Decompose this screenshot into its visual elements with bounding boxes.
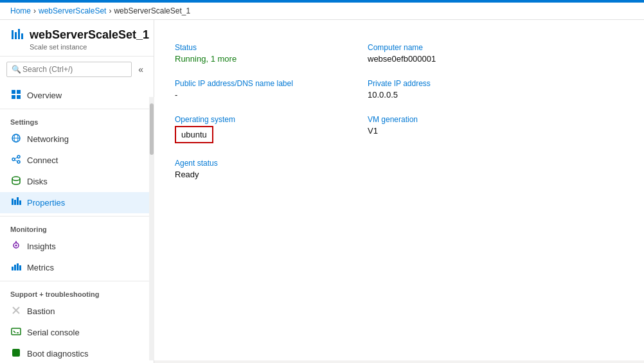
metrics-label: Metrics (27, 263, 54, 272)
collapse-button[interactable]: « (134, 63, 147, 76)
serial-console-icon (10, 326, 22, 339)
svg-point-13 (17, 161, 20, 163)
property-os-label: Operating system (175, 115, 357, 124)
sidebar-item-networking[interactable]: Networking (0, 128, 154, 150)
property-public-ip: Public IP address/DNS name label - (175, 71, 368, 107)
sidebar: webServerScaleSet_1 | Properties 📌 Scale… (0, 20, 154, 363)
sidebar-item-serial-console[interactable]: Serial console (0, 322, 154, 343)
search-input[interactable] (6, 62, 132, 77)
property-os: Operating system ubuntu (175, 107, 368, 151)
svg-rect-6 (12, 95, 15, 99)
disks-label: Disks (27, 177, 48, 186)
property-status: Status Running, 1 more (175, 35, 368, 71)
insights-icon (10, 240, 22, 252)
boot-diagnostics-label: Boot diagnostics (27, 349, 88, 359)
metrics-icon (10, 261, 22, 274)
sidebar-nav: Overview Settings Networking Connect (0, 82, 154, 363)
svg-point-22 (15, 245, 17, 247)
svg-line-31 (13, 331, 15, 333)
disks-icon (10, 175, 22, 188)
networking-icon (10, 133, 22, 145)
svg-rect-25 (14, 265, 16, 270)
properties-grid: Status Running, 1 more Computer name web… (175, 35, 560, 187)
property-agent-status-label: Agent status (175, 159, 357, 168)
svg-rect-4 (12, 90, 15, 94)
svg-rect-30 (12, 328, 21, 335)
connect-icon (10, 154, 22, 166)
page-title-icon (10, 28, 24, 42)
breadcrumb-scaleset[interactable]: webServerScaleSet (39, 6, 106, 15)
support-section: Support + troubleshooting (0, 284, 154, 301)
breadcrumb-sep-1: › (33, 6, 36, 15)
property-private-ip-value: 10.0.0.5 (368, 90, 550, 100)
connect-label: Connect (27, 155, 58, 165)
sidebar-item-boot-diagnostics[interactable]: Boot diagnostics (0, 343, 154, 363)
svg-rect-3 (21, 33, 23, 39)
overview-label: Overview (27, 91, 62, 100)
svg-rect-1 (15, 32, 17, 39)
breadcrumb: Home › webServerScaleSet › webServerScal… (0, 3, 644, 20)
svg-rect-0 (12, 30, 13, 39)
property-vm-generation: VM generation V1 (368, 107, 560, 151)
properties-label: Properties (27, 198, 65, 208)
page-subtitle: Scale set instance (30, 43, 143, 51)
bastion-icon (10, 305, 22, 317)
svg-rect-17 (12, 199, 13, 205)
property-private-ip-label: Private IP address (368, 79, 550, 88)
svg-rect-26 (17, 263, 19, 270)
svg-point-16 (12, 177, 20, 181)
sidebar-item-properties[interactable]: Properties (0, 192, 154, 213)
svg-point-12 (17, 155, 20, 158)
property-computer-name-label: Computer name (368, 43, 550, 52)
svg-rect-5 (17, 90, 21, 94)
boot-diagnostics-icon (10, 348, 22, 360)
settings-section: Settings (0, 112, 154, 128)
breadcrumb-home[interactable]: Home (10, 6, 31, 15)
property-private-ip: Private IP address 10.0.0.5 (368, 71, 560, 107)
svg-line-14 (15, 157, 17, 159)
monitoring-divider (0, 216, 154, 217)
svg-rect-7 (17, 95, 21, 99)
property-status-label: Status (175, 43, 357, 52)
property-os-value: ubuntu (181, 130, 207, 139)
svg-rect-27 (19, 265, 21, 270)
svg-line-15 (15, 160, 17, 161)
properties-icon (10, 197, 22, 209)
svg-point-11 (12, 158, 15, 161)
property-vm-generation-label: VM generation (368, 115, 550, 124)
sidebar-header: webServerScaleSet_1 | Properties 📌 Scale… (0, 20, 154, 57)
svg-rect-24 (12, 267, 13, 270)
property-public-ip-value: - (175, 90, 357, 100)
sidebar-item-metrics[interactable]: Metrics (0, 257, 154, 278)
sidebar-item-bastion[interactable]: Bastion (0, 301, 154, 322)
svg-rect-2 (18, 29, 20, 39)
sidebar-scroll-thumb (150, 103, 154, 155)
property-computer-name-value: webse0efb000001 (368, 54, 550, 64)
networking-label: Networking (27, 134, 69, 144)
breadcrumb-sep-2: › (109, 6, 111, 15)
support-divider (0, 281, 154, 281)
search-container: 🔍 « (0, 57, 154, 82)
bastion-label: Bastion (27, 306, 55, 316)
property-status-value: Running, 1 more (175, 54, 357, 64)
insights-label: Insights (27, 242, 56, 251)
breadcrumb-current: webServerScaleSet_1 (114, 6, 190, 15)
property-agent-status-value: Ready (175, 170, 357, 179)
property-computer-name: Computer name webse0efb000001 (368, 35, 560, 71)
sidebar-item-insights[interactable]: Insights (0, 236, 154, 257)
svg-rect-20 (19, 200, 21, 205)
serial-console-label: Serial console (27, 328, 80, 337)
property-os-box: ubuntu (175, 126, 213, 143)
page-title: webServerScaleSet_1 (30, 28, 149, 42)
sidebar-item-overview[interactable]: Overview (0, 85, 154, 106)
sidebar-scroll-track[interactable] (149, 97, 154, 360)
settings-divider (0, 109, 154, 109)
sidebar-item-disks[interactable]: Disks (0, 171, 154, 192)
property-public-ip-label: Public IP address/DNS name label (175, 79, 357, 88)
svg-rect-18 (14, 200, 16, 205)
content-area: Status Running, 1 more Computer name web… (154, 20, 644, 360)
monitoring-section: Monitoring (0, 219, 154, 236)
sidebar-item-connect[interactable]: Connect (0, 150, 154, 171)
overview-icon (10, 89, 22, 102)
svg-rect-19 (17, 197, 19, 205)
